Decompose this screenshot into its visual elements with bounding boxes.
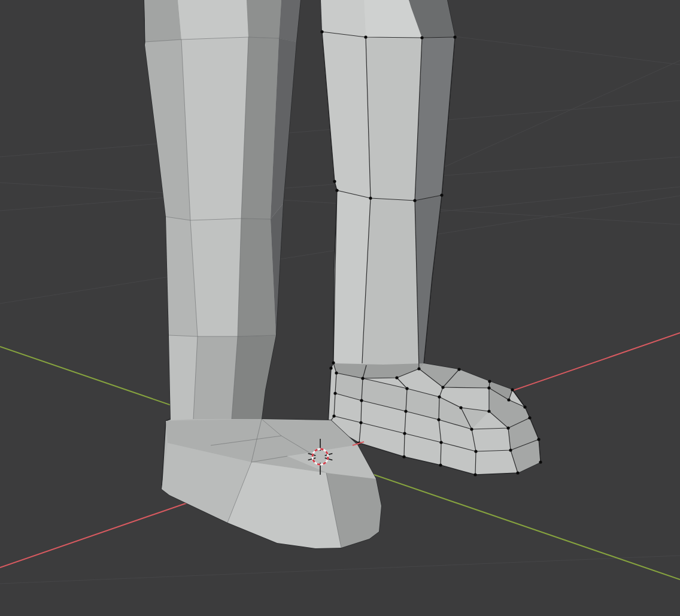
left-leg-mesh-face — [193, 336, 238, 419]
left-leg-mesh-face — [181, 37, 248, 220]
right-leg-mesh-vertex — [402, 455, 405, 458]
right-leg-mesh-vertex — [487, 409, 490, 412]
left-leg-mesh-face — [247, 0, 281, 38]
right-leg-mesh-vertex — [404, 409, 407, 412]
right-leg-mesh-vertex — [332, 414, 335, 417]
right-leg-mesh-face — [366, 37, 422, 201]
right-leg-mesh-vertex — [439, 463, 442, 466]
right-leg-mesh-vertex — [507, 398, 510, 401]
right-leg-mesh-vertex — [403, 432, 406, 435]
right-leg-mesh-vertex — [439, 441, 442, 444]
right-leg-mesh-vertex — [437, 418, 440, 421]
right-leg-mesh-vertex — [361, 377, 364, 380]
right-leg-mesh-vertex — [523, 405, 526, 408]
right-leg-mesh-vertex — [333, 392, 336, 395]
right-leg-mesh-face — [362, 198, 419, 369]
right-leg-mesh-vertex — [320, 30, 323, 33]
right-leg-mesh-vertex — [335, 371, 338, 374]
right-leg-mesh-vertex — [509, 448, 512, 451]
right-leg-mesh-vertex — [332, 361, 335, 364]
left-leg-mesh-face — [178, 0, 248, 40]
right-leg-mesh-vertex — [420, 36, 423, 39]
right-leg-mesh-vertex — [369, 196, 372, 199]
right-leg-mesh-vertex — [488, 380, 491, 383]
right-leg-mesh-vertex — [333, 180, 336, 183]
right-leg-mesh-vertex — [395, 376, 398, 379]
right-leg-mesh-vertex — [506, 426, 509, 429]
right-leg-mesh-vertex — [473, 473, 476, 476]
right-leg-mesh-vertex — [440, 193, 443, 196]
right-leg-mesh-vertex — [360, 399, 363, 402]
right-leg-mesh-vertex — [516, 471, 519, 474]
right-leg-mesh-vertex — [364, 35, 367, 38]
blender-3d-viewport[interactable] — [0, 0, 680, 616]
right-leg-mesh-vertex — [405, 387, 408, 390]
right-leg-mesh-vertex — [438, 395, 441, 398]
right-leg-mesh-face — [321, 0, 366, 37]
right-leg-mesh-vertex — [335, 189, 338, 192]
right-leg-mesh-vertex — [537, 438, 540, 441]
right-leg-mesh-vertex — [511, 388, 514, 391]
right-leg-mesh-vertex — [487, 386, 490, 389]
right-leg-mesh-vertex — [359, 421, 362, 424]
right-leg-mesh-vertex — [474, 450, 477, 453]
left-leg-mesh-face — [238, 219, 276, 336]
viewport-canvas[interactable] — [0, 0, 680, 616]
right-leg-mesh-vertex — [459, 406, 462, 409]
left-leg-mesh-face — [144, 0, 181, 42]
right-leg-mesh-vertex — [329, 366, 332, 369]
right-leg-mesh-vertex — [539, 460, 542, 463]
right-leg-mesh-vertex — [441, 386, 444, 389]
right-leg-mesh-vertex — [453, 35, 456, 38]
left-leg-mesh-face — [169, 335, 198, 420]
left-leg-mesh-face — [190, 219, 241, 336]
right-leg-mesh-vertex — [470, 427, 473, 430]
right-leg-mesh-vertex — [413, 199, 416, 202]
right-leg-mesh-vertex — [528, 416, 531, 419]
right-leg-mesh-vertex — [417, 367, 420, 370]
right-leg-mesh-vertex — [457, 368, 460, 371]
